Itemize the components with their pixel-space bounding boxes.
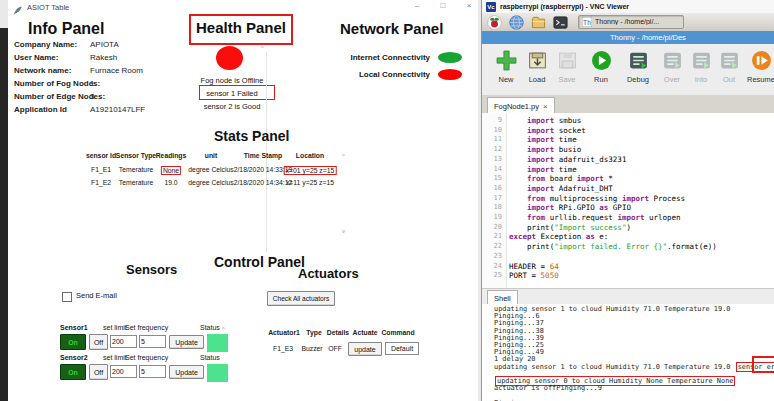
stats-header: Time Stamp (244, 152, 282, 159)
sensor-off-button[interactable]: Off (89, 364, 108, 380)
toolbar-button-label: Save (550, 75, 584, 84)
set-limit-input[interactable] (110, 365, 137, 378)
asiot-titlebar[interactable]: ASIOT Table – □ × (8, 0, 478, 15)
line-number: 16 (494, 184, 502, 194)
toolbar-button-debug[interactable]: Debug (621, 50, 655, 84)
toolbar-button-label: New (489, 75, 523, 84)
scroll-up-icon[interactable]: ^ (261, 45, 264, 51)
raspberrypi-taskbar: Th Thonny - /home/pi/... (482, 13, 774, 32)
actuator-type: Buzzer (301, 345, 322, 352)
toolbar-button-new[interactable]: New (489, 50, 523, 84)
set-limit-input[interactable] (110, 335, 137, 348)
toolbar-button-out: Out (712, 50, 746, 84)
raspberry-menu-icon[interactable] (487, 15, 502, 30)
browser-globe-icon[interactable] (509, 15, 524, 30)
set-frequency-input[interactable] (139, 365, 166, 378)
toolbar-button-label: Out (712, 75, 746, 84)
sensor-on-button[interactable]: On (60, 334, 86, 350)
actuator-header: Details (327, 329, 349, 336)
stats-cell: Temerature (119, 179, 153, 186)
actuator-header: Command (381, 329, 414, 336)
shell-tab-label: Shell (494, 294, 511, 303)
fog-node-status-text: Fog node is Offline (172, 76, 292, 85)
window-title: ASIOT Table (27, 3, 69, 12)
editor-tabbar: FogNode1.py × (482, 95, 774, 114)
code-editor[interactable]: 910111213141516171819202122232425 import… (482, 113, 774, 288)
send-email-checkbox[interactable] (62, 292, 72, 302)
info-row-label: User Name: (14, 53, 58, 62)
code-line: from urllib.request import urlopen (509, 213, 681, 223)
line-number: 19 (494, 213, 502, 223)
thonny-icon: Th (582, 17, 592, 27)
status-label: Status (200, 354, 220, 361)
network-row-label: Internet Connectivity (278, 53, 430, 62)
tab-fognode1[interactable]: FogNode1.py × (487, 97, 555, 114)
toolbar-button-resume[interactable]: Resume (744, 50, 774, 84)
set-frequency-label: Set frequency (125, 324, 168, 331)
stats-header: Readings (156, 152, 187, 159)
save-icon (557, 50, 578, 71)
stats-cell: Temerature (119, 166, 153, 173)
actuator-id: F1_E3 (273, 345, 293, 352)
toolbar-button-save: Save (550, 50, 584, 84)
vnc-logo-icon: Vc (486, 2, 496, 12)
actuator-header: Actuate (353, 329, 378, 336)
run-icon (591, 50, 612, 71)
toolbar-button-label: Run (584, 75, 618, 84)
toolbar-button-run[interactable]: Run (584, 50, 618, 84)
minimize-button[interactable]: – (410, 1, 424, 10)
actuate-update-button[interactable]: update (348, 342, 382, 356)
info-row-value: Furnace Room (90, 66, 143, 75)
line-number: 17 (494, 194, 502, 204)
set-frequency-input[interactable] (139, 335, 166, 348)
app-feather-icon (12, 2, 23, 13)
code-line: from board import * (509, 174, 613, 184)
svg-text:Th: Th (583, 18, 591, 25)
terminal-icon[interactable] (553, 15, 568, 30)
line-number: 13 (494, 155, 502, 165)
update-button[interactable]: Update (169, 335, 204, 349)
line-number: 20 (494, 223, 502, 233)
line-number: 12 (494, 145, 502, 155)
check-all-actuators-button[interactable]: Check All actuators (267, 291, 335, 306)
step-out-icon (719, 50, 740, 71)
vnc-window-title: raspberrypi (raspberrypi) - VNC Viewer (500, 3, 629, 10)
code-line: import RPi.GPIO as GPIO (509, 203, 631, 213)
stats-scroll-down-icon[interactable]: v (342, 228, 345, 234)
tab-shell[interactable]: Shell (487, 290, 518, 305)
sensor-on-button[interactable]: On (60, 364, 86, 380)
line-number: 11 (494, 135, 502, 145)
vnc-titlebar[interactable]: Vc raspberrypi (raspberrypi) - VNC Viewe… (482, 0, 774, 14)
stats-header: Sensor Type (116, 152, 156, 159)
step-over-icon (662, 50, 683, 71)
command-input[interactable] (385, 342, 419, 355)
maximize-button[interactable]: □ (436, 1, 450, 10)
stats-scroll-up-icon[interactable]: ^ (342, 153, 345, 159)
update-button[interactable]: Update (169, 365, 204, 379)
actuators-scroll-up-icon[interactable]: ^ (412, 330, 415, 336)
sensor-off-button[interactable]: Off (89, 334, 108, 350)
close-button[interactable]: × (462, 1, 476, 10)
stats-cell: degree Celcius (188, 166, 233, 173)
stats-cell: x=01 y=25 z=15 (284, 166, 337, 175)
thonny-toolbar: NewLoadSaveRunDebugOverIntoOutResume (482, 44, 774, 96)
info-row-value: 1 (90, 79, 94, 88)
line-number-gutter: 910111213141516171819202122232425 (482, 113, 507, 288)
actuator-header: Type (306, 329, 321, 336)
shell-output[interactable]: updating sensor 1 to cloud Humidity 71.0… (482, 304, 774, 401)
toolbar-button-load[interactable]: Load (520, 50, 554, 84)
file-manager-icon[interactable] (531, 15, 546, 30)
info-row-value: 3 (90, 92, 94, 101)
sensors-scroll-up-icon[interactable]: ^ (222, 326, 225, 332)
code-line: print("Import success") (509, 223, 631, 233)
annotation-box-cutoff (752, 356, 774, 373)
thonny-taskbar-button[interactable]: Th Thonny - /home/pi/... (578, 15, 684, 29)
info-panel-title: Info Panel (28, 20, 104, 38)
tab-close-icon[interactable]: × (543, 102, 548, 111)
tab-label: FogNode1.py (494, 102, 539, 111)
network-row-label: Local Connectivity (278, 70, 430, 79)
sensor-name-label: Sensor2 (60, 354, 88, 361)
network-panel-title: Network Panel (340, 20, 443, 37)
thonny-titlebar[interactable]: Thonny - /home/pi/Des (482, 31, 774, 44)
stats-header: sensor Id (86, 152, 116, 159)
